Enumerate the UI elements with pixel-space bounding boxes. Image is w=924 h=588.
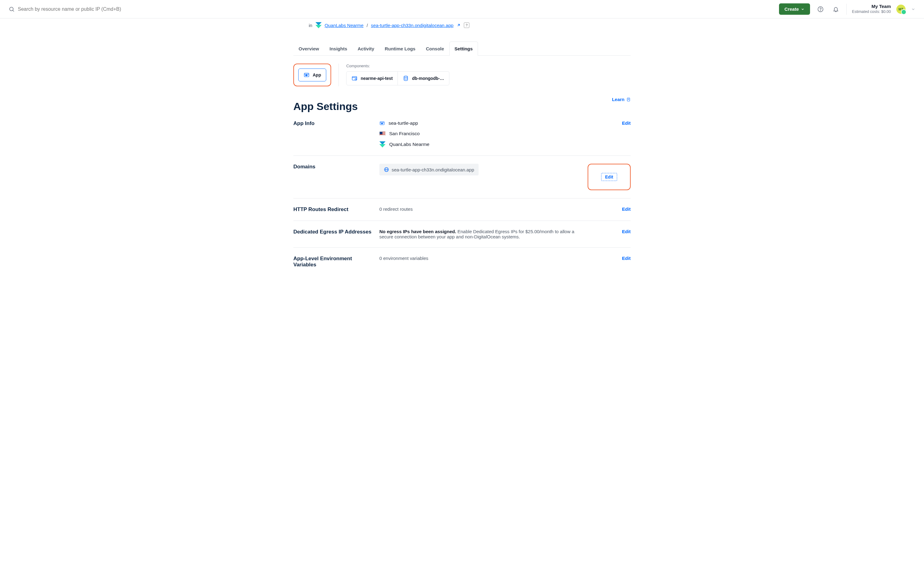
component-label: nearme-api-test [361,76,393,81]
avatar[interactable]: MT [896,5,906,14]
breadcrumb-domain-link[interactable]: sea-turtle-app-ch33n.ondigitalocean.app [371,23,454,28]
project-icon [315,22,322,28]
section-http-routes: HTTP Routes Redirect 0 redirect routes E… [294,198,630,221]
breadcrumb: in QuanLabs Nearme / sea-turtle-app-ch33… [309,22,630,28]
project-row: QuanLabs Nearme [380,141,581,147]
search-input[interactable] [18,7,165,12]
edit-domains[interactable]: Edit [601,173,617,181]
topbar: Create My Team Estimated costs: $0.00 MT [0,0,924,18]
breadcrumb-project-link[interactable]: QuanLabs Nearme [325,23,364,28]
section-label: Domains [294,164,373,170]
help-badge[interactable]: ? [464,22,469,28]
svg-point-3 [820,10,820,10]
learn-label: Learn [612,97,624,102]
egress-bold: No egress IPs have been assigned. [380,229,456,234]
section-label: App-Level Environment Variables [294,256,373,268]
topbar-right: Create My Team Estimated costs: $0.00 MT [779,3,916,15]
egress-text: No egress IPs have been assigned. Enable… [380,229,581,239]
us-flag-icon [380,132,386,136]
app-component-pill[interactable]: </> App [298,68,326,81]
tab-activity[interactable]: Activity [352,41,380,56]
edit-http-routes[interactable]: Edit [587,206,630,211]
page: in QuanLabs Nearme / sea-turtle-app-ch33… [289,18,635,301]
bell-icon [833,6,839,12]
help-icon [817,6,823,12]
section-label: HTTP Routes Redirect [294,206,373,213]
help-button[interactable] [815,4,825,14]
env-value: 0 environment variables [380,256,581,261]
tab-overview[interactable]: Overview [294,41,324,56]
chevron-down-icon[interactable] [911,7,916,12]
domain-chip[interactable]: sea-turtle-app-ch33n.ondigitalocean.app [380,164,478,175]
doc-icon [626,97,630,102]
team-name: My Team [852,4,891,10]
svg-rect-7 [352,76,357,80]
svg-point-0 [10,7,13,11]
components-column: Components: nearme-api-test db-mongodb-… [346,64,449,86]
create-label: Create [785,7,799,12]
http-routes-value: 0 redirect routes [380,206,581,211]
region-row: San Francisco [380,131,581,136]
tab-console[interactable]: Console [421,41,449,56]
component-label: db-mongodb-… [412,76,444,81]
globe-icon [384,167,389,172]
domain-value: sea-turtle-app-ch33n.ondigitalocean.app [392,167,474,172]
edit-env[interactable]: Edit [587,256,630,261]
section-body: </> sea-turtle-app San Francisco QuanLab… [380,121,581,147]
components-row: </> App Components: nearme-api-test db-m… [294,64,630,86]
tab-settings[interactable]: Settings [449,41,478,56]
app-selected-highlight: </> App [294,64,331,86]
svg-line-1 [13,10,14,12]
section-env-vars: App-Level Environment Variables 0 enviro… [294,248,630,276]
breadcrumb-in: in [309,23,312,28]
components-label: Components: [346,64,449,68]
breadcrumb-sep: / [366,23,368,28]
database-icon [403,75,409,81]
app-icon: </> [380,121,385,126]
global-search[interactable] [8,6,779,12]
avatar-initials: MT [899,7,903,11]
section-egress: Dedicated Egress IP Addresses No egress … [294,221,630,248]
title-row: App Settings Learn [294,86,630,112]
component-list: nearme-api-test db-mongodb-… [346,71,449,86]
edit-egress[interactable]: Edit [587,229,630,234]
search-icon [8,6,15,12]
project-icon [380,141,386,147]
tabbar: Overview Insights Activity Runtime Logs … [294,41,630,56]
chevron-down-icon [801,7,805,11]
create-button[interactable]: Create [779,3,810,15]
divider [846,4,846,15]
section-domains: Domains sea-turtle-app-ch33n.ondigitaloc… [294,156,630,198]
edit-domains-highlight: Edit [587,164,630,190]
svg-text:</>: </> [381,123,383,124]
service-icon [351,75,358,81]
section-app-info: App Info </> sea-turtle-app San Francisc… [294,112,630,156]
divider [338,64,339,86]
team-cost: Estimated costs: $0.00 [852,10,891,15]
section-body: sea-turtle-app-ch33n.ondigitalocean.app [380,164,581,175]
region-name: San Francisco [389,131,420,136]
component-db-mongodb[interactable]: db-mongodb-… [398,71,449,85]
tab-insights[interactable]: Insights [324,41,353,56]
project-name: QuanLabs Nearme [389,142,429,147]
learn-link[interactable]: Learn [612,97,630,102]
app-icon: </> [304,72,310,78]
tab-runtime-logs[interactable]: Runtime Logs [380,41,421,56]
svg-text:</>: </> [305,74,307,76]
svg-point-10 [404,76,408,78]
section-label: Dedicated Egress IP Addresses [294,229,373,235]
component-nearme-api[interactable]: nearme-api-test [346,71,398,85]
svg-point-9 [355,79,356,80]
edit-app-info[interactable]: Edit [587,121,630,126]
external-link-icon[interactable] [457,23,461,27]
notifications-button[interactable] [831,4,841,14]
team-info: My Team Estimated costs: $0.00 [852,4,891,14]
svg-point-2 [818,7,823,12]
app-label: App [313,73,321,78]
page-title: App Settings [294,101,358,112]
app-name-row: </> sea-turtle-app [380,121,581,126]
section-label: App Info [294,121,373,127]
app-name: sea-turtle-app [389,121,418,126]
